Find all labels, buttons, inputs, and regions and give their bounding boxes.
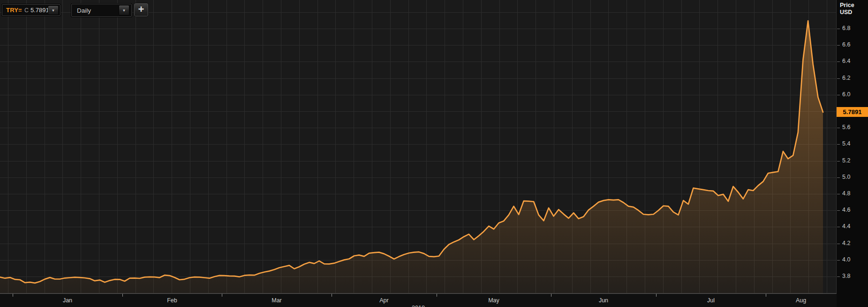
interval-value: Daily xyxy=(77,7,91,14)
month-boundary-tick xyxy=(551,294,551,297)
y-axis-tick-label: 5.2 xyxy=(842,157,850,164)
x-axis-month-label: Feb xyxy=(158,297,186,304)
x-axis-month-label: Apr xyxy=(370,297,398,304)
y-axis-tick-label: 5.0 xyxy=(842,174,850,180)
x-axis-month-label: Aug xyxy=(787,297,815,304)
y-axis-tick-label: 6.6 xyxy=(842,41,850,48)
y-axis-tick-label: 6.0 xyxy=(842,91,850,98)
interval-selector[interactable]: Daily ▼ xyxy=(71,4,132,17)
month-boundary-tick xyxy=(332,294,332,297)
y-axis-title: Price USD xyxy=(840,2,854,16)
y-axis-tick xyxy=(837,161,840,161)
y-axis-tick-label: 6.8 xyxy=(842,25,850,31)
chevron-down-icon: ▼ xyxy=(122,8,126,13)
y-axis-tick xyxy=(837,177,840,178)
add-series-button[interactable]: + xyxy=(134,3,149,17)
month-boundary-tick xyxy=(122,294,123,297)
y-axis-title-line1: Price xyxy=(840,2,854,9)
y-axis-tick xyxy=(837,61,840,62)
month-boundary-tick xyxy=(766,294,766,297)
x-axis-month-label: Mar xyxy=(263,297,291,304)
y-axis-tick xyxy=(837,210,840,211)
y-axis-tick-label: 3.8 xyxy=(842,273,850,279)
y-axis-tick xyxy=(837,78,840,79)
y-axis-tick-label: 4.0 xyxy=(842,256,850,263)
y-axis-tick xyxy=(837,144,840,145)
x-axis-month-label: Jan xyxy=(53,297,82,304)
y-axis-tick-label: 4.2 xyxy=(842,240,850,246)
y-axis-tick xyxy=(837,227,840,227)
y-axis-tick-label: 4.8 xyxy=(842,190,850,197)
plus-icon: + xyxy=(138,3,144,15)
y-axis-tick-label: 6.4 xyxy=(842,58,850,64)
x-axis-month-label: Jul xyxy=(697,297,725,304)
y-axis-tick-label: 4.4 xyxy=(842,223,850,230)
y-axis-tick xyxy=(837,260,840,261)
x-axis-year-label: 2018 xyxy=(400,305,437,307)
y-axis-tick xyxy=(837,128,840,128)
chart-plot-area[interactable] xyxy=(0,0,837,293)
month-boundary-tick xyxy=(222,294,222,297)
symbol-last-value: 5.7891 xyxy=(30,7,49,14)
y-axis-tick-label: 5.6 xyxy=(842,124,850,130)
month-boundary-tick xyxy=(437,294,437,297)
symbol-label: TRY= xyxy=(6,7,22,14)
y-axis-tick xyxy=(837,95,840,95)
y-axis-tick xyxy=(837,194,840,194)
price-chart-canvas xyxy=(0,0,836,293)
interval-dropdown-button[interactable]: ▼ xyxy=(119,5,129,16)
y-axis-tick-label: 5.4 xyxy=(842,140,850,147)
y-axis-tick xyxy=(837,276,840,277)
y-axis-title-line2: USD xyxy=(840,9,854,16)
price-type-label: C xyxy=(24,7,29,14)
y-axis-tick xyxy=(837,45,840,46)
y-axis: Price USD 6.86.66.46.26.05.65.45.25.04.8… xyxy=(837,0,868,307)
month-boundary-tick xyxy=(656,294,657,297)
x-axis: JanFebMarAprMayJunJulAug2018 xyxy=(0,293,837,307)
y-axis-tick-label: 6.2 xyxy=(842,75,850,81)
y-axis-tick xyxy=(837,244,840,244)
symbol-selector[interactable]: TRY= C 5.7891 ▼ xyxy=(2,4,60,16)
x-axis-month-label: Jun xyxy=(589,297,618,304)
symbol-dropdown-button[interactable]: ▼ xyxy=(48,5,59,15)
x-axis-month-label: May xyxy=(480,297,508,304)
y-axis-tick-label: 4.6 xyxy=(842,207,850,213)
y-axis-tick xyxy=(837,29,840,29)
month-boundary-tick xyxy=(13,294,13,297)
chevron-down-icon: ▼ xyxy=(52,8,55,12)
last-price-badge: 5.7891 xyxy=(837,107,868,117)
